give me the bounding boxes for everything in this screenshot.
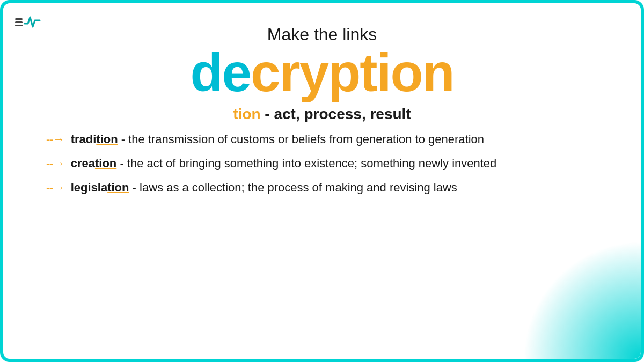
suffix-line: tion - act, process, result — [233, 106, 411, 123]
example-item-legislation: --→ legislation - laws as a collection; … — [46, 180, 609, 196]
example-item-tradition: --→ tradition - the transmission of cust… — [46, 131, 609, 148]
svg-rect-0 — [15, 18, 23, 20]
example-item-creation: --→ creation - the act of bringing somet… — [46, 156, 609, 172]
example-def-3: - laws as a collection; the process of m… — [129, 181, 457, 194]
logo — [15, 13, 63, 29]
svg-rect-2 — [15, 25, 23, 26]
example-text-2: creation - the act of bringing something… — [71, 156, 497, 172]
example-text-3: legislation - laws as a collection; the … — [71, 180, 457, 196]
arrow-icon-2: --→ — [46, 157, 64, 171]
example-def-2: - the act of bringing something into exi… — [116, 157, 496, 170]
example-word-1: tradition — [71, 132, 118, 146]
main-word-prefix: de — [190, 42, 251, 102]
svg-rect-1 — [15, 21, 23, 23]
main-card: Make the links decryption tion - act, pr… — [0, 0, 644, 362]
example-word-2: creation — [71, 157, 117, 170]
suffix-meaning: - act, process, result — [261, 106, 411, 122]
main-word-suffix: cryption — [251, 42, 453, 102]
main-word: decryption — [190, 46, 453, 99]
suffix-highlight: tion — [233, 106, 260, 122]
example-def-1: - the transmission of customs or beliefs… — [118, 132, 484, 146]
tion-underline-3: tion — [107, 181, 129, 194]
example-word-3: legislation — [71, 181, 129, 194]
examples-list: --→ tradition - the transmission of cust… — [35, 131, 609, 196]
logo-svg — [15, 13, 63, 29]
subtitle: Make the links — [267, 25, 377, 45]
tion-underline-2: tion — [95, 157, 116, 170]
arrow-icon-3: --→ — [46, 181, 64, 195]
example-text-1: tradition - the transmission of customs … — [71, 131, 484, 148]
arrow-icon-1: --→ — [46, 132, 64, 146]
tion-underline-1: tion — [96, 132, 118, 146]
